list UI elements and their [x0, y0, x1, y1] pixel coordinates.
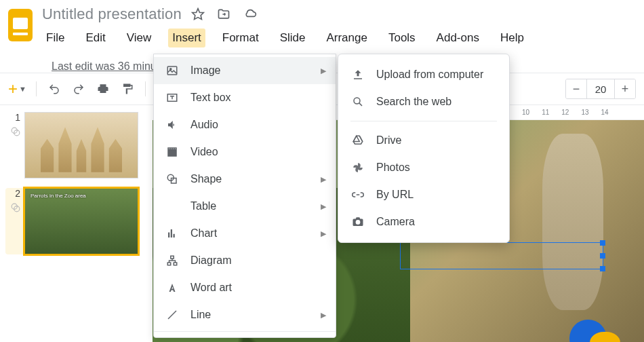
menu-label: Video	[190, 146, 218, 158]
move-to-folder-icon[interactable]	[217, 7, 230, 21]
ruler-tick: 11	[542, 109, 549, 116]
svg-rect-11	[171, 256, 174, 259]
menu-slide[interactable]: Slide	[276, 28, 310, 48]
menu-addons[interactable]: Add-ons	[432, 28, 483, 48]
menu-label: Image	[190, 64, 220, 77]
slide-panel: 1 2 Parrots in the Zoo area	[0, 105, 153, 342]
insert-dropdown: Image ▶ Text box Audio Video Shape ▶ Tab…	[153, 54, 336, 338]
resize-handle[interactable]	[600, 240, 605, 246]
insert-image[interactable]: Image ▶	[154, 57, 336, 84]
image-icon	[165, 63, 180, 78]
menu-label: Upload from computer	[376, 69, 483, 81]
menu-label: Text box	[190, 92, 231, 104]
menu-file[interactable]: File	[42, 28, 68, 48]
search-icon	[350, 94, 365, 109]
link-icon	[350, 187, 365, 202]
paint-format-button[interactable]	[119, 81, 136, 97]
ruler-tick: 10	[522, 109, 529, 116]
zoom-out-button[interactable]: −	[566, 79, 586, 98]
image-search-web[interactable]: Search the web	[338, 88, 509, 115]
diagram-icon	[165, 253, 180, 268]
menu-label: Diagram	[190, 254, 231, 267]
menu-label: Word art	[190, 282, 232, 294]
insert-image-submenu: Upload from computer Search the web Driv…	[338, 54, 510, 243]
svg-point-6	[170, 69, 172, 70]
text-box-icon	[165, 90, 180, 105]
undo-button[interactable]	[46, 81, 62, 97]
chart-icon	[165, 226, 180, 241]
menu-label: By URL	[376, 189, 414, 201]
image-camera[interactable]: Camera	[338, 208, 509, 235]
submenu-arrow-icon: ▶	[321, 311, 326, 320]
insert-text-box[interactable]: Text box	[154, 84, 336, 111]
slide-number: 1	[15, 112, 20, 123]
thumb-caption: Parrots in the Zoo area	[31, 193, 86, 199]
menu-tools[interactable]: Tools	[384, 28, 420, 48]
menu-format[interactable]: Format	[218, 28, 263, 48]
layout-icon	[11, 203, 20, 212]
insert-shape[interactable]: Shape ▶	[154, 166, 336, 193]
svg-point-14	[354, 98, 360, 104]
layout-icon	[11, 127, 20, 136]
image-photos[interactable]: Photos	[338, 154, 509, 181]
drive-icon	[350, 133, 365, 148]
svg-rect-8	[168, 149, 176, 156]
slides-logo[interactable]	[7, 7, 34, 43]
cloud-status-icon[interactable]	[243, 7, 258, 21]
upload-icon	[350, 67, 365, 82]
menu-label: Search the web	[376, 96, 451, 108]
submenu-arrow-icon: ▶	[321, 175, 326, 184]
svg-rect-13	[174, 263, 177, 265]
insert-line[interactable]: Line ▶	[154, 301, 336, 328]
ruler-tick: 12	[561, 109, 569, 116]
slide-number: 2	[15, 188, 20, 199]
menu-label: Shape	[190, 173, 222, 185]
menu-label: Table	[190, 200, 216, 212]
selection-box[interactable]	[400, 242, 603, 269]
menu-help[interactable]: Help	[496, 28, 528, 48]
menu-label: Camera	[376, 216, 415, 228]
menu-label: Chart	[190, 227, 217, 240]
insert-word-art[interactable]: Word art	[154, 274, 336, 301]
redo-button[interactable]	[71, 81, 87, 97]
insert-diagram[interactable]: Diagram	[154, 247, 336, 274]
slide-thumb-2[interactable]: 2 Parrots in the Zoo area	[5, 188, 148, 254]
image-upload-computer[interactable]: Upload from computer	[338, 61, 509, 88]
menu-view[interactable]: View	[123, 28, 156, 48]
submenu-arrow-icon: ▶	[321, 202, 326, 211]
insert-table[interactable]: Table ▶	[154, 193, 336, 220]
svg-marker-0	[193, 9, 204, 20]
zoom-input[interactable]	[586, 79, 615, 98]
word-art-icon	[165, 280, 180, 295]
new-slide-button[interactable]: + ▼	[8, 79, 26, 98]
menu-insert[interactable]: Insert	[168, 28, 205, 48]
presentation-title[interactable]: Untitled presentation	[42, 5, 182, 23]
image-drive[interactable]: Drive	[338, 127, 509, 154]
line-icon	[165, 307, 180, 322]
resize-handle[interactable]	[600, 266, 605, 271]
insert-chart[interactable]: Chart ▶	[154, 220, 336, 247]
video-icon	[165, 145, 180, 159]
shape-icon	[165, 172, 180, 187]
insert-audio[interactable]: Audio	[154, 111, 336, 138]
slide-thumb-1[interactable]: 1	[5, 112, 148, 178]
resize-handle[interactable]	[600, 253, 605, 259]
audio-icon	[165, 117, 180, 132]
star-icon[interactable]	[191, 7, 205, 21]
menu-label: Drive	[376, 134, 401, 147]
print-button[interactable]	[95, 81, 111, 97]
zoom-control: − +	[565, 79, 636, 99]
insert-video[interactable]: Video	[154, 138, 336, 166]
ruler-tick: 13	[581, 109, 588, 116]
ruler-tick: 14	[601, 109, 609, 116]
menu-label: Line	[190, 309, 211, 321]
submenu-arrow-icon: ▶	[321, 66, 326, 75]
image-by-url[interactable]: By URL	[338, 181, 509, 208]
photos-icon	[350, 160, 365, 175]
menu-label: Photos	[376, 162, 410, 174]
svg-rect-12	[167, 263, 171, 265]
camera-icon	[350, 214, 365, 229]
zoom-in-button[interactable]: +	[615, 79, 635, 98]
menu-arrange[interactable]: Arrange	[322, 28, 371, 48]
menu-edit[interactable]: Edit	[81, 28, 109, 48]
